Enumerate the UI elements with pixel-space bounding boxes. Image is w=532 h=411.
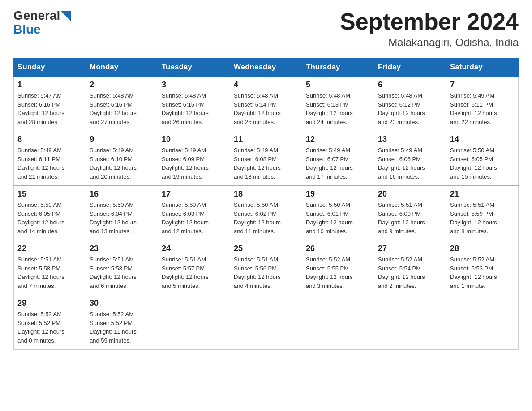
- day-info: Sunrise: 5:50 AMSunset: 6:05 PMDaylight:…: [450, 147, 497, 180]
- weekday-header-tuesday: Tuesday: [158, 58, 230, 77]
- calendar-cell: 27 Sunrise: 5:52 AMSunset: 5:54 PMDaylig…: [374, 240, 446, 295]
- day-info: Sunrise: 5:49 AMSunset: 6:09 PMDaylight:…: [162, 147, 209, 180]
- day-number: 16: [90, 189, 154, 199]
- day-info: Sunrise: 5:50 AMSunset: 6:01 PMDaylight:…: [306, 201, 353, 235]
- week-row-2: 8 Sunrise: 5:49 AMSunset: 6:11 PMDayligh…: [14, 131, 519, 186]
- day-info: Sunrise: 5:49 AMSunset: 6:07 PMDaylight:…: [306, 147, 353, 180]
- day-number: 20: [378, 189, 442, 199]
- day-info: Sunrise: 5:52 AMSunset: 5:52 PMDaylight:…: [90, 311, 137, 344]
- day-info: Sunrise: 5:47 AMSunset: 6:16 PMDaylight:…: [17, 92, 64, 125]
- weekday-header-friday: Friday: [374, 58, 446, 77]
- day-number: 4: [234, 80, 298, 90]
- calendar-cell: 15 Sunrise: 5:50 AMSunset: 6:05 PMDaylig…: [14, 186, 86, 240]
- day-number: 19: [306, 189, 370, 199]
- week-row-4: 22 Sunrise: 5:51 AMSunset: 5:58 PMDaylig…: [14, 240, 519, 295]
- day-info: Sunrise: 5:51 AMSunset: 5:58 PMDaylight:…: [17, 256, 64, 289]
- calendar-cell: 6 Sunrise: 5:48 AMSunset: 6:12 PMDayligh…: [374, 77, 446, 131]
- day-info: Sunrise: 5:49 AMSunset: 6:11 PMDaylight:…: [450, 92, 497, 125]
- day-number: 26: [306, 244, 370, 253]
- week-row-3: 15 Sunrise: 5:50 AMSunset: 6:05 PMDaylig…: [14, 186, 519, 240]
- calendar-cell: 7 Sunrise: 5:49 AMSunset: 6:11 PMDayligh…: [446, 77, 519, 131]
- calendar-cell: 22 Sunrise: 5:51 AMSunset: 5:58 PMDaylig…: [14, 240, 86, 295]
- day-info: Sunrise: 5:50 AMSunset: 6:02 PMDaylight:…: [234, 201, 281, 235]
- calendar-cell: 19 Sunrise: 5:50 AMSunset: 6:01 PMDaylig…: [302, 186, 374, 240]
- calendar-cell: 23 Sunrise: 5:51 AMSunset: 5:58 PMDaylig…: [86, 240, 158, 295]
- calendar-cell: 3 Sunrise: 5:48 AMSunset: 6:15 PMDayligh…: [158, 77, 230, 131]
- calendar-cell: 28 Sunrise: 5:52 AMSunset: 5:53 PMDaylig…: [446, 240, 519, 295]
- day-number: 24: [162, 244, 226, 253]
- day-number: 15: [17, 189, 82, 199]
- calendar-cell: [158, 295, 230, 350]
- day-number: 8: [17, 135, 82, 144]
- day-info: Sunrise: 5:48 AMSunset: 6:12 PMDaylight:…: [378, 92, 425, 125]
- calendar-cell: 8 Sunrise: 5:49 AMSunset: 6:11 PMDayligh…: [14, 131, 86, 186]
- calendar-cell: 1 Sunrise: 5:47 AMSunset: 6:16 PMDayligh…: [14, 77, 86, 131]
- day-number: 18: [234, 189, 298, 199]
- day-number: 9: [90, 135, 154, 144]
- calendar-cell: 25 Sunrise: 5:51 AMSunset: 5:56 PMDaylig…: [230, 240, 302, 295]
- day-number: 12: [306, 135, 370, 144]
- weekday-header-sunday: Sunday: [14, 58, 86, 77]
- day-number: 6: [378, 80, 442, 90]
- calendar-cell: [230, 295, 302, 350]
- day-info: Sunrise: 5:49 AMSunset: 6:08 PMDaylight:…: [234, 147, 281, 180]
- day-info: Sunrise: 5:49 AMSunset: 6:06 PMDaylight:…: [378, 147, 425, 180]
- day-info: Sunrise: 5:48 AMSunset: 6:14 PMDaylight:…: [234, 92, 281, 125]
- day-number: 30: [90, 299, 154, 308]
- day-info: Sunrise: 5:52 AMSunset: 5:55 PMDaylight:…: [306, 256, 353, 289]
- day-info: Sunrise: 5:49 AMSunset: 6:10 PMDaylight:…: [90, 147, 137, 180]
- day-info: Sunrise: 5:52 AMSunset: 5:52 PMDaylight:…: [17, 311, 64, 344]
- calendar-cell: 26 Sunrise: 5:52 AMSunset: 5:55 PMDaylig…: [302, 240, 374, 295]
- logo-general-text: General: [13, 9, 60, 23]
- day-info: Sunrise: 5:48 AMSunset: 6:15 PMDaylight:…: [162, 92, 209, 125]
- calendar-cell: [374, 295, 446, 350]
- day-number: 23: [90, 244, 154, 253]
- calendar-cell: 13 Sunrise: 5:49 AMSunset: 6:06 PMDaylig…: [374, 131, 446, 186]
- weekday-header-saturday: Saturday: [446, 58, 519, 77]
- day-number: 7: [450, 80, 515, 90]
- logo-arrow-icon: [61, 11, 71, 21]
- day-number: 13: [378, 135, 442, 144]
- weekday-header-row: SundayMondayTuesdayWednesdayThursdayFrid…: [14, 58, 519, 77]
- day-number: 22: [17, 244, 82, 253]
- day-number: 21: [450, 189, 515, 199]
- day-number: 2: [90, 80, 154, 90]
- calendar-cell: 21 Sunrise: 5:51 AMSunset: 5:59 PMDaylig…: [446, 186, 519, 240]
- svg-marker-0: [61, 11, 71, 21]
- calendar-cell: 10 Sunrise: 5:49 AMSunset: 6:09 PMDaylig…: [158, 131, 230, 186]
- day-info: Sunrise: 5:48 AMSunset: 6:13 PMDaylight:…: [306, 92, 353, 125]
- day-info: Sunrise: 5:51 AMSunset: 5:57 PMDaylight:…: [162, 256, 209, 289]
- day-info: Sunrise: 5:49 AMSunset: 6:11 PMDaylight:…: [17, 147, 64, 180]
- weekday-header-thursday: Thursday: [302, 58, 374, 77]
- calendar-cell: 9 Sunrise: 5:49 AMSunset: 6:10 PMDayligh…: [86, 131, 158, 186]
- day-info: Sunrise: 5:52 AMSunset: 5:53 PMDaylight:…: [450, 256, 497, 289]
- calendar-subtitle: Malakanagiri, Odisha, India: [340, 36, 519, 49]
- day-info: Sunrise: 5:51 AMSunset: 5:56 PMDaylight:…: [234, 256, 281, 289]
- calendar-cell: 14 Sunrise: 5:50 AMSunset: 6:05 PMDaylig…: [446, 131, 519, 186]
- day-info: Sunrise: 5:51 AMSunset: 6:00 PMDaylight:…: [378, 201, 425, 235]
- calendar-cell: 18 Sunrise: 5:50 AMSunset: 6:02 PMDaylig…: [230, 186, 302, 240]
- calendar-cell: 17 Sunrise: 5:50 AMSunset: 6:03 PMDaylig…: [158, 186, 230, 240]
- weekday-header-wednesday: Wednesday: [230, 58, 302, 77]
- calendar-title: September 2024: [340, 9, 519, 34]
- day-number: 29: [17, 299, 82, 308]
- calendar-cell: [302, 295, 374, 350]
- day-number: 17: [162, 189, 226, 199]
- calendar-cell: 11 Sunrise: 5:49 AMSunset: 6:08 PMDaylig…: [230, 131, 302, 186]
- day-info: Sunrise: 5:51 AMSunset: 5:58 PMDaylight:…: [90, 256, 137, 289]
- day-number: 27: [378, 244, 442, 253]
- logo: General Blue: [13, 9, 71, 37]
- day-number: 28: [450, 244, 515, 253]
- day-info: Sunrise: 5:50 AMSunset: 6:05 PMDaylight:…: [17, 201, 64, 235]
- day-number: 1: [17, 80, 82, 90]
- day-number: 25: [234, 244, 298, 253]
- calendar-cell: 12 Sunrise: 5:49 AMSunset: 6:07 PMDaylig…: [302, 131, 374, 186]
- calendar-cell: [446, 295, 519, 350]
- calendar-cell: 4 Sunrise: 5:48 AMSunset: 6:14 PMDayligh…: [230, 77, 302, 131]
- calendar-cell: 16 Sunrise: 5:50 AMSunset: 6:04 PMDaylig…: [86, 186, 158, 240]
- title-area: September 2024 Malakanagiri, Odisha, Ind…: [340, 9, 519, 49]
- calendar-cell: 2 Sunrise: 5:48 AMSunset: 6:16 PMDayligh…: [86, 77, 158, 131]
- day-info: Sunrise: 5:50 AMSunset: 6:04 PMDaylight:…: [90, 201, 137, 235]
- header: General Blue September 2024 Malakanagiri…: [13, 9, 519, 49]
- day-info: Sunrise: 5:52 AMSunset: 5:54 PMDaylight:…: [378, 256, 425, 289]
